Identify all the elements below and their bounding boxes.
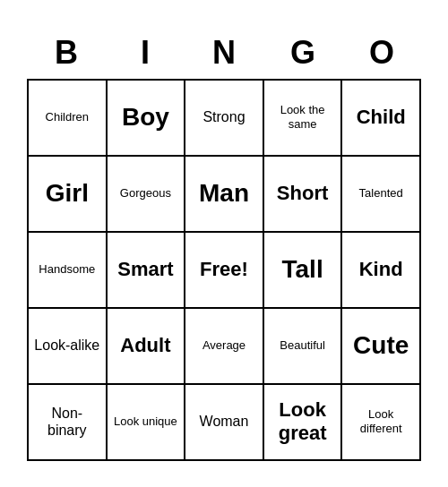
bingo-cell: Boy xyxy=(108,81,186,157)
bingo-cell: Strong xyxy=(185,81,264,157)
cell-text: Strong xyxy=(202,108,245,125)
header-letter: G xyxy=(263,27,342,79)
cell-text: Non-binary xyxy=(32,405,102,439)
cell-text: Look the same xyxy=(268,103,338,131)
cell-text: Look-alike xyxy=(34,337,99,354)
cell-text: Talented xyxy=(359,186,403,201)
cell-text: Beautiful xyxy=(280,338,325,353)
bingo-cell: Cute xyxy=(342,309,421,385)
bingo-cell: Talented xyxy=(342,157,421,233)
bingo-cell: Tall xyxy=(264,233,343,309)
bingo-cell: Girl xyxy=(29,157,108,233)
bingo-cell: Free! xyxy=(185,233,264,309)
bingo-cell: Non-binary xyxy=(29,385,108,461)
cell-text: Look great xyxy=(268,398,338,446)
bingo-cell: Kind xyxy=(342,233,421,309)
bingo-cell: Adult xyxy=(108,309,186,385)
bingo-header: BINGO xyxy=(27,27,421,79)
cell-text: Child xyxy=(357,106,406,129)
bingo-cell: Man xyxy=(185,157,264,233)
bingo-cell: Average xyxy=(185,309,264,385)
cell-text: Average xyxy=(202,338,246,353)
cell-text: Smart xyxy=(117,258,173,281)
cell-text: Look different xyxy=(346,407,416,435)
cell-text: Man xyxy=(199,178,249,209)
cell-text: Boy xyxy=(122,102,169,132)
bingo-cell: Smart xyxy=(108,233,186,309)
cell-text: Tall xyxy=(282,254,323,285)
bingo-cell: Look the same xyxy=(264,81,343,157)
bingo-cell: Look great xyxy=(264,385,343,461)
cell-text: Cute xyxy=(353,330,409,361)
cell-text: Adult xyxy=(120,334,170,357)
header-letter: B xyxy=(27,27,106,79)
bingo-cell: Children xyxy=(29,81,108,157)
cell-text: Girl xyxy=(46,178,89,209)
bingo-cell: Gorgeous xyxy=(108,157,186,233)
header-letter: N xyxy=(185,27,263,79)
cell-text: Gorgeous xyxy=(120,186,171,201)
bingo-cell: Look different xyxy=(342,385,421,461)
cell-text: Woman xyxy=(200,413,249,430)
bingo-cell: Handsome xyxy=(29,233,108,309)
bingo-grid: ChildrenBoyStrongLook the sameChildGirlG… xyxy=(27,79,421,461)
bingo-card: BINGO ChildrenBoyStrongLook the sameChil… xyxy=(18,18,430,470)
bingo-cell: Short xyxy=(264,157,343,233)
cell-text: Children xyxy=(46,110,89,124)
bingo-cell: Woman xyxy=(185,385,264,461)
cell-text: Short xyxy=(277,182,328,205)
cell-text: Look unique xyxy=(114,414,177,429)
cell-text: Handsome xyxy=(39,262,95,277)
bingo-cell: Beautiful xyxy=(264,309,343,385)
bingo-cell: Look unique xyxy=(108,385,186,461)
bingo-cell: Child xyxy=(342,81,421,157)
header-letter: O xyxy=(342,27,421,79)
bingo-cell: Look-alike xyxy=(29,309,108,385)
cell-text: Free! xyxy=(200,258,248,281)
cell-text: Kind xyxy=(359,258,403,281)
header-letter: I xyxy=(106,27,185,79)
